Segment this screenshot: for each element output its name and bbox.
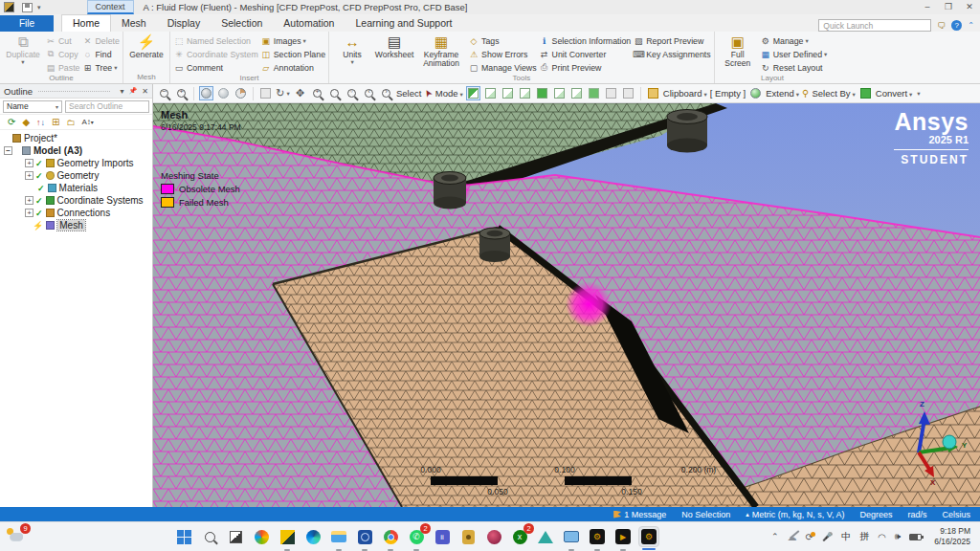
reset-layout-button[interactable]: Reset Layout [760, 61, 828, 74]
filter-misc-button[interactable] [621, 86, 635, 100]
filter-node-button[interactable] [552, 86, 567, 100]
generate-button[interactable]: Generate [126, 33, 167, 73]
copy-button[interactable]: Copy [45, 48, 80, 60]
shaded-exterior-button[interactable] [216, 86, 231, 100]
tree-item-project[interactable]: Project* [0, 132, 152, 144]
tree-button[interactable]: Tree [82, 61, 120, 74]
teams-app[interactable]: ii [432, 526, 453, 547]
filter-element-button[interactable] [587, 86, 601, 100]
help-icon[interactable] [951, 20, 962, 31]
convert-dropdown[interactable]: Convert [876, 88, 913, 99]
collapse-expander-icon[interactable]: − [4, 146, 12, 155]
edge-browser[interactable] [302, 526, 323, 547]
filter-edge-button[interactable] [501, 86, 515, 100]
unit-converter-button[interactable]: Unit Converter [539, 48, 632, 60]
comment-button[interactable]: Comment [173, 61, 258, 74]
pan-button[interactable] [293, 86, 307, 100]
tree-item-geometry-imports[interactable]: + Geometry Imports [0, 157, 152, 169]
tab-file[interactable]: File [0, 15, 54, 32]
filter-extend-adjacent-button[interactable] [604, 86, 618, 100]
annotation-button[interactable]: Annotation [260, 61, 325, 74]
tree-item-geometry[interactable]: + Geometry [0, 169, 152, 182]
filter-face-button[interactable] [518, 86, 532, 100]
dev-triangle-app[interactable] [535, 526, 556, 547]
onedrive-paused-icon[interactable]: ☁ [788, 532, 797, 542]
select-by-dropdown[interactable]: Select By [812, 88, 855, 99]
tab-display[interactable]: Display [157, 15, 211, 32]
zoom-previous-button[interactable]: ‹ [362, 86, 376, 100]
filter-vertex-button[interactable] [483, 86, 498, 100]
ansys-fluent-app[interactable]: ▶ [612, 526, 634, 547]
worksheet-button[interactable]: Worksheet [374, 33, 414, 74]
print-preview-button[interactable]: Print Preview [539, 61, 632, 74]
wireframe-button[interactable] [234, 86, 248, 100]
filter-body-button[interactable] [535, 86, 549, 100]
clock-app[interactable] [354, 526, 375, 547]
extend-dropdown[interactable]: Extend [766, 88, 799, 99]
zoom-fit-button[interactable] [327, 86, 342, 100]
key-assignments-button[interactable]: Key Assignments [633, 48, 710, 60]
media-red-app[interactable] [483, 526, 504, 547]
tray-expand-icon[interactable] [771, 532, 779, 541]
copilot-app[interactable] [251, 526, 272, 547]
tree-item-connections[interactable]: + Connections [0, 207, 152, 219]
zoom-in-button[interactable]: + [174, 86, 189, 100]
tab-automation[interactable]: Automation [273, 15, 345, 32]
search-outline-input[interactable] [65, 100, 149, 113]
coordinate-system-button[interactable]: Coordinate System [173, 48, 258, 60]
close-button[interactable]: ✕ [959, 1, 980, 13]
chrome-browser[interactable] [380, 526, 401, 547]
tree-item-materials[interactable]: Materials [0, 182, 152, 194]
monitor-blue-app[interactable] [561, 526, 582, 547]
find-button[interactable]: Find [82, 48, 120, 60]
temperature-unit-status[interactable]: Celsius [942, 510, 970, 519]
show-errors-button[interactable]: Show Errors [468, 48, 537, 60]
quick-access-caret-icon[interactable] [37, 4, 41, 11]
mode-dropdown[interactable]: Mode [435, 88, 463, 99]
restore-button[interactable]: ❐ [938, 1, 959, 13]
section-plane-button[interactable]: Section Plane [260, 48, 325, 60]
refresh-icon[interactable] [8, 117, 15, 127]
tray-clock[interactable]: 9:18 PM 6/16/2025 [934, 526, 970, 546]
whatsapp-app[interactable]: ✆2 [406, 526, 427, 547]
filter-element-face-button[interactable] [569, 86, 584, 100]
duplicate-button[interactable]: Duplicate [3, 33, 43, 74]
tags-button[interactable]: Tags [468, 34, 537, 47]
zoom-next-button[interactable]: › [379, 86, 393, 100]
wifi-icon[interactable] [878, 532, 886, 542]
angle-unit-status[interactable]: Degrees [859, 510, 892, 519]
expand-expander-icon[interactable]: + [25, 196, 33, 205]
name-filter-dropdown[interactable]: Name [3, 100, 62, 113]
microphone-icon[interactable] [822, 532, 833, 541]
close-panel-icon[interactable] [142, 87, 148, 96]
ime-pinyin-icon[interactable]: 拼 [859, 530, 869, 543]
pin-icon[interactable] [129, 87, 138, 95]
tree-item-coordinate-systems[interactable]: + Coordinate Systems [0, 194, 152, 207]
manage-views-button[interactable]: Manage Views [468, 61, 537, 74]
passkey-app[interactable] [457, 526, 479, 547]
sync-icon[interactable]: ⟳ [806, 532, 813, 542]
images-button[interactable]: Images [260, 34, 325, 47]
named-selection-button[interactable]: Named Selection [173, 34, 258, 47]
quick-launch-input[interactable] [818, 19, 931, 32]
selection-information-button[interactable]: Selection Information [539, 34, 632, 47]
eraser-icon[interactable] [22, 117, 30, 127]
tab-mesh[interactable]: Mesh [111, 15, 157, 32]
save-icon[interactable] [22, 3, 33, 12]
full-screen-button[interactable]: Full Screen [718, 33, 758, 74]
weather-widget[interactable]: 9 [6, 526, 27, 547]
tree-item-model[interactable]: − Model (A3) [0, 144, 152, 157]
tree-item-mesh[interactable]: Mesh [0, 219, 152, 231]
angular-velocity-status[interactable]: rad/s [907, 510, 926, 519]
edge-options-button[interactable] [258, 86, 273, 100]
sort-alpha-icon[interactable]: A↕ [81, 118, 93, 126]
shaded-exterior-edges-button[interactable] [199, 86, 213, 100]
model-viewport[interactable]: Mesh 6/16/2025 9:17:44 PM Meshing State … [153, 103, 980, 507]
ansys-workbench-app[interactable]: ⚙ [587, 526, 608, 547]
expand-expander-icon[interactable]: + [25, 209, 33, 217]
ime-language-icon[interactable]: 中 [841, 530, 851, 543]
rotate-button[interactable] [276, 86, 290, 100]
clipboard-dropdown[interactable]: Clipboard [663, 88, 707, 99]
report-preview-button[interactable]: Report Preview [633, 34, 710, 47]
delete-button[interactable]: Delete [82, 34, 120, 47]
